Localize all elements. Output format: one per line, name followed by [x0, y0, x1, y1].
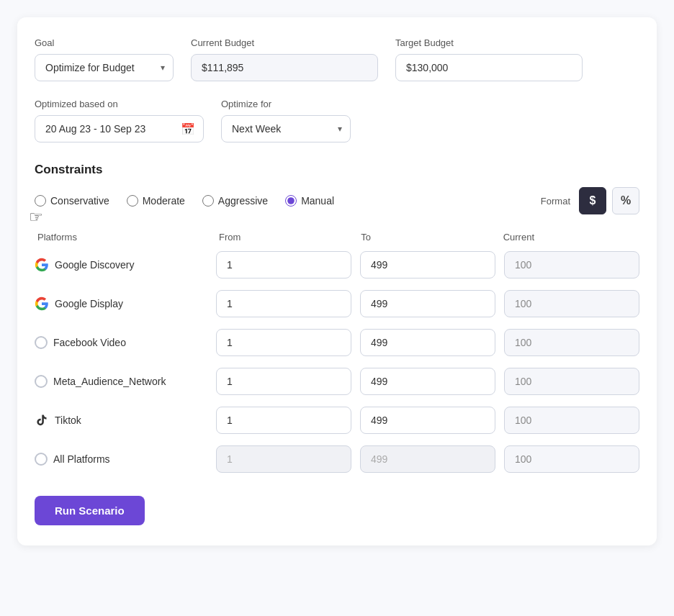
col-from: From — [219, 232, 352, 243]
radio-aggressive-label: Aggressive — [218, 195, 268, 207]
format-percent-button[interactable]: % — [612, 187, 639, 214]
google-discovery-to-input[interactable] — [360, 251, 495, 278]
target-budget-label: Target Budget — [395, 37, 583, 48]
goal-select[interactable]: Optimize for Budget Maximize Revenue Max… — [35, 54, 174, 81]
table-row: Google Display — [35, 290, 639, 317]
radio-group: Conservative Moderate Aggressive Manual … — [35, 195, 334, 207]
platforms-table-header: Platforms From To Current — [35, 232, 639, 243]
google-icon-display — [35, 296, 49, 311]
platform-label-google-display: Google Display — [55, 298, 123, 309]
circle-icon-meta — [35, 375, 48, 388]
platform-label-google-discovery: Google Discovery — [55, 259, 135, 271]
platform-label-tiktok: Tiktok — [55, 415, 81, 426]
col-current: Current — [503, 232, 637, 243]
google-discovery-from-input[interactable] — [216, 251, 351, 278]
facebook-video-to-input[interactable] — [360, 329, 495, 356]
date-row: Optimized based on 📅 Optimize for Next W… — [35, 99, 639, 142]
all-platforms-to-input — [360, 445, 495, 473]
platform-label-all-platforms: All Platforms — [53, 453, 110, 465]
meta-audience-from-input[interactable] — [216, 368, 351, 395]
format-dollar-button[interactable]: $ — [579, 187, 606, 214]
platform-name-meta-audience: Meta_Audience_Network — [35, 375, 207, 388]
google-display-to-input[interactable] — [360, 290, 495, 317]
target-budget-input[interactable] — [395, 54, 583, 81]
circle-icon-facebook — [35, 336, 48, 349]
table-row: Google Discovery — [35, 251, 639, 278]
tiktok-from-input[interactable] — [216, 407, 351, 434]
main-container: Goal Optimize for Budget Maximize Revenu… — [17, 17, 657, 545]
google-discovery-current-input — [504, 251, 639, 278]
platform-label-meta-audience: Meta_Audience_Network — [53, 376, 166, 387]
goal-label: Goal — [35, 37, 174, 48]
top-row: Goal Optimize for Budget Maximize Revenu… — [35, 37, 639, 81]
platform-name-tiktok: Tiktok — [35, 413, 207, 427]
all-platforms-from-input — [216, 445, 351, 473]
tiktok-current-input — [504, 407, 639, 434]
goal-select-wrapper: Optimize for Budget Maximize Revenue Max… — [35, 54, 174, 81]
platform-name-google-display: Google Display — [35, 296, 207, 311]
format-label: Format — [541, 196, 570, 207]
google-display-current-input — [504, 290, 639, 317]
radio-aggressive-input[interactable] — [202, 195, 214, 207]
hand-cursor-icon: ☞ — [29, 208, 43, 227]
meta-audience-current-input — [504, 368, 639, 395]
meta-audience-to-input[interactable] — [360, 368, 495, 395]
google-display-from-input[interactable] — [216, 290, 351, 317]
radio-conservative-label: Conservative — [50, 195, 109, 207]
google-icon-discovery — [35, 258, 49, 272]
facebook-video-current-input — [504, 329, 639, 356]
all-platforms-current-input — [504, 445, 639, 473]
current-budget-input[interactable] — [191, 54, 378, 81]
table-row: Tiktok — [35, 407, 639, 434]
date-range-input[interactable] — [35, 115, 204, 142]
date-input-wrapper: 📅 — [35, 115, 204, 142]
optimize-for-group: Optimize for Next Week This Week Next Mo… — [221, 99, 351, 142]
optimized-based-on-label: Optimized based on — [35, 99, 204, 109]
current-budget-label: Current Budget — [191, 37, 378, 48]
optimized-based-on-group: Optimized based on 📅 — [35, 99, 204, 142]
constraints-title: Constraints — [35, 163, 639, 177]
radio-moderate[interactable]: Moderate — [127, 195, 185, 207]
optimize-for-select-wrapper: Next Week This Week Next Month ▾ — [221, 115, 351, 142]
platform-name-google-discovery: Google Discovery — [35, 258, 207, 272]
tiktok-icon — [35, 413, 49, 427]
radio-moderate-input[interactable] — [127, 195, 138, 207]
radio-manual[interactable]: Manual — [285, 195, 334, 207]
radio-aggressive[interactable]: Aggressive — [202, 195, 268, 207]
optimize-for-label: Optimize for — [221, 99, 351, 109]
goal-group: Goal Optimize for Budget Maximize Revenu… — [35, 37, 174, 81]
format-group: Format $ % — [541, 187, 639, 214]
tiktok-to-input[interactable] — [360, 407, 495, 434]
facebook-video-from-input[interactable] — [216, 329, 351, 356]
radio-conservative-input[interactable] — [35, 195, 46, 207]
platform-label-facebook-video: Facebook Video — [53, 337, 126, 348]
optimize-for-select[interactable]: Next Week This Week Next Month — [221, 115, 351, 142]
table-row: Facebook Video — [35, 329, 639, 356]
platform-name-all-platforms: All Platforms — [35, 453, 207, 466]
run-scenario-button[interactable]: Run Scenario — [35, 496, 145, 525]
circle-icon-all-platforms — [35, 453, 48, 466]
col-platforms: Platforms — [37, 232, 210, 243]
table-row: Meta_Audience_Network — [35, 368, 639, 395]
target-budget-group: Target Budget — [395, 37, 583, 81]
radio-manual-label: Manual — [301, 195, 334, 207]
platform-name-facebook-video: Facebook Video — [35, 336, 207, 349]
radio-manual-input[interactable] — [285, 195, 297, 207]
current-budget-group: Current Budget — [191, 37, 378, 81]
table-row: All Platforms — [35, 445, 639, 473]
col-to: To — [361, 232, 494, 243]
radio-conservative[interactable]: Conservative — [35, 195, 109, 207]
constraints-row: Conservative Moderate Aggressive Manual … — [35, 187, 639, 214]
radio-moderate-label: Moderate — [143, 195, 185, 207]
